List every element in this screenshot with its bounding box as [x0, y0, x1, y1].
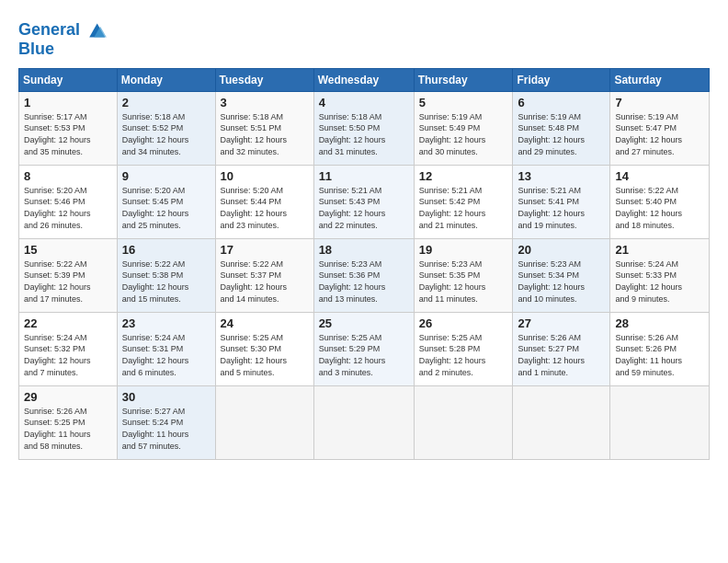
day-info: Sunrise: 5:23 AM Sunset: 5:36 PM Dayligh…	[319, 259, 409, 304]
day-info: Sunrise: 5:21 AM Sunset: 5:43 PM Dayligh…	[319, 185, 409, 231]
calendar-cell: 19Sunrise: 5:23 AM Sunset: 5:35 PM Dayli…	[414, 238, 513, 312]
day-info: Sunrise: 5:20 AM Sunset: 5:46 PM Dayligh…	[24, 185, 112, 231]
calendar-cell: 13Sunrise: 5:21 AM Sunset: 5:41 PM Dayli…	[513, 165, 610, 238]
day-number: 15	[24, 243, 112, 257]
day-info: Sunrise: 5:24 AM Sunset: 5:31 PM Dayligh…	[122, 332, 210, 378]
calendar-cell: 2Sunrise: 5:18 AM Sunset: 5:52 PM Daylig…	[117, 91, 215, 165]
day-info: Sunrise: 5:25 AM Sunset: 5:29 PM Dayligh…	[319, 332, 409, 378]
day-info: Sunrise: 5:25 AM Sunset: 5:30 PM Dayligh…	[221, 332, 309, 378]
day-number: 16	[122, 243, 210, 257]
weekday-header: Wednesday	[313, 68, 414, 91]
calendar-cell: 26Sunrise: 5:25 AM Sunset: 5:28 PM Dayli…	[414, 312, 513, 385]
day-info: Sunrise: 5:22 AM Sunset: 5:38 PM Dayligh…	[122, 259, 210, 304]
header: General Blue	[18, 17, 710, 59]
weekday-header: Friday	[513, 68, 610, 91]
day-info: Sunrise: 5:26 AM Sunset: 5:26 PM Dayligh…	[615, 332, 704, 378]
calendar: SundayMondayTuesdayWednesdayThursdayFrid…	[18, 68, 710, 460]
calendar-cell: 30Sunrise: 5:27 AM Sunset: 5:24 PM Dayli…	[117, 385, 215, 459]
calendar-cell	[313, 385, 414, 459]
day-info: Sunrise: 5:21 AM Sunset: 5:41 PM Dayligh…	[518, 185, 605, 231]
day-info: Sunrise: 5:23 AM Sunset: 5:35 PM Dayligh…	[419, 259, 508, 304]
calendar-cell: 18Sunrise: 5:23 AM Sunset: 5:36 PM Dayli…	[313, 238, 414, 312]
calendar-cell: 11Sunrise: 5:21 AM Sunset: 5:43 PM Dayli…	[313, 165, 414, 238]
day-number: 5	[419, 96, 508, 109]
day-number: 27	[518, 316, 605, 330]
day-info: Sunrise: 5:27 AM Sunset: 5:24 PM Dayligh…	[122, 406, 210, 452]
day-number: 18	[319, 243, 409, 257]
day-number: 25	[319, 316, 409, 330]
day-info: Sunrise: 5:21 AM Sunset: 5:42 PM Dayligh…	[419, 185, 508, 231]
day-number: 13	[518, 169, 605, 183]
day-info: Sunrise: 5:18 AM Sunset: 5:52 PM Dayligh…	[122, 111, 210, 157]
day-info: Sunrise: 5:20 AM Sunset: 5:44 PM Dayligh…	[221, 185, 309, 231]
day-info: Sunrise: 5:25 AM Sunset: 5:28 PM Dayligh…	[419, 332, 508, 378]
calendar-cell: 14Sunrise: 5:22 AM Sunset: 5:40 PM Dayli…	[610, 165, 710, 238]
day-info: Sunrise: 5:18 AM Sunset: 5:51 PM Dayligh…	[221, 111, 309, 157]
calendar-cell: 8Sunrise: 5:20 AM Sunset: 5:46 PM Daylig…	[19, 165, 118, 238]
weekday-header: Monday	[117, 68, 215, 91]
calendar-cell: 12Sunrise: 5:21 AM Sunset: 5:42 PM Dayli…	[414, 165, 513, 238]
calendar-cell	[215, 385, 313, 459]
calendar-cell: 9Sunrise: 5:20 AM Sunset: 5:45 PM Daylig…	[117, 165, 215, 238]
day-number: 20	[518, 243, 605, 257]
calendar-cell	[513, 385, 610, 459]
weekday-header: Tuesday	[215, 68, 313, 91]
day-info: Sunrise: 5:19 AM Sunset: 5:49 PM Dayligh…	[419, 111, 508, 157]
calendar-header-row: SundayMondayTuesdayWednesdayThursdayFrid…	[19, 68, 710, 91]
calendar-cell: 16Sunrise: 5:22 AM Sunset: 5:38 PM Dayli…	[117, 238, 215, 312]
logo-text: General	[18, 21, 80, 40]
day-number: 28	[615, 316, 704, 330]
calendar-week-row: 1Sunrise: 5:17 AM Sunset: 5:53 PM Daylig…	[19, 91, 710, 165]
day-number: 9	[122, 169, 210, 183]
day-info: Sunrise: 5:19 AM Sunset: 5:47 PM Dayligh…	[615, 111, 704, 157]
day-info: Sunrise: 5:23 AM Sunset: 5:34 PM Dayligh…	[518, 259, 605, 304]
logo-blue-text: Blue	[18, 40, 108, 59]
day-number: 23	[122, 316, 210, 330]
day-info: Sunrise: 5:17 AM Sunset: 5:53 PM Dayligh…	[24, 111, 112, 157]
logo-icon	[83, 20, 108, 40]
day-info: Sunrise: 5:24 AM Sunset: 5:33 PM Dayligh…	[615, 259, 704, 304]
calendar-week-row: 22Sunrise: 5:24 AM Sunset: 5:32 PM Dayli…	[19, 312, 710, 385]
calendar-cell	[610, 385, 710, 459]
day-number: 14	[615, 169, 704, 183]
day-info: Sunrise: 5:20 AM Sunset: 5:45 PM Dayligh…	[122, 185, 210, 231]
calendar-cell: 23Sunrise: 5:24 AM Sunset: 5:31 PM Dayli…	[117, 312, 215, 385]
calendar-week-row: 29Sunrise: 5:26 AM Sunset: 5:25 PM Dayli…	[19, 385, 710, 459]
day-info: Sunrise: 5:24 AM Sunset: 5:32 PM Dayligh…	[24, 332, 112, 378]
day-info: Sunrise: 5:19 AM Sunset: 5:48 PM Dayligh…	[518, 111, 605, 157]
day-number: 12	[419, 169, 508, 183]
day-info: Sunrise: 5:22 AM Sunset: 5:40 PM Dayligh…	[615, 185, 704, 231]
calendar-cell: 29Sunrise: 5:26 AM Sunset: 5:25 PM Dayli…	[19, 385, 118, 459]
day-info: Sunrise: 5:26 AM Sunset: 5:27 PM Dayligh…	[518, 332, 605, 378]
calendar-cell: 20Sunrise: 5:23 AM Sunset: 5:34 PM Dayli…	[513, 238, 610, 312]
day-number: 3	[221, 96, 309, 109]
day-number: 17	[221, 243, 309, 257]
weekday-header: Thursday	[414, 68, 513, 91]
day-number: 11	[319, 169, 409, 183]
calendar-cell: 4Sunrise: 5:18 AM Sunset: 5:50 PM Daylig…	[313, 91, 414, 165]
day-number: 8	[24, 169, 112, 183]
day-info: Sunrise: 5:22 AM Sunset: 5:37 PM Dayligh…	[221, 259, 309, 304]
day-number: 21	[615, 243, 704, 257]
day-number: 2	[122, 96, 210, 109]
calendar-cell: 3Sunrise: 5:18 AM Sunset: 5:51 PM Daylig…	[215, 91, 313, 165]
calendar-cell: 6Sunrise: 5:19 AM Sunset: 5:48 PM Daylig…	[513, 91, 610, 165]
day-info: Sunrise: 5:18 AM Sunset: 5:50 PM Dayligh…	[319, 111, 409, 157]
page: General Blue SundayMondayTuesdayWednesda…	[0, 0, 728, 563]
calendar-cell: 7Sunrise: 5:19 AM Sunset: 5:47 PM Daylig…	[610, 91, 710, 165]
calendar-cell: 17Sunrise: 5:22 AM Sunset: 5:37 PM Dayli…	[215, 238, 313, 312]
day-number: 29	[24, 390, 112, 404]
day-number: 26	[419, 316, 508, 330]
day-number: 24	[221, 316, 309, 330]
calendar-cell: 10Sunrise: 5:20 AM Sunset: 5:44 PM Dayli…	[215, 165, 313, 238]
calendar-cell: 27Sunrise: 5:26 AM Sunset: 5:27 PM Dayli…	[513, 312, 610, 385]
calendar-cell: 21Sunrise: 5:24 AM Sunset: 5:33 PM Dayli…	[610, 238, 710, 312]
weekday-header: Saturday	[610, 68, 710, 91]
logo: General Blue	[18, 20, 108, 59]
weekday-header: Sunday	[19, 68, 118, 91]
calendar-cell: 28Sunrise: 5:26 AM Sunset: 5:26 PM Dayli…	[610, 312, 710, 385]
calendar-cell	[414, 385, 513, 459]
day-number: 6	[518, 96, 605, 109]
day-number: 4	[319, 96, 409, 109]
calendar-week-row: 15Sunrise: 5:22 AM Sunset: 5:39 PM Dayli…	[19, 238, 710, 312]
